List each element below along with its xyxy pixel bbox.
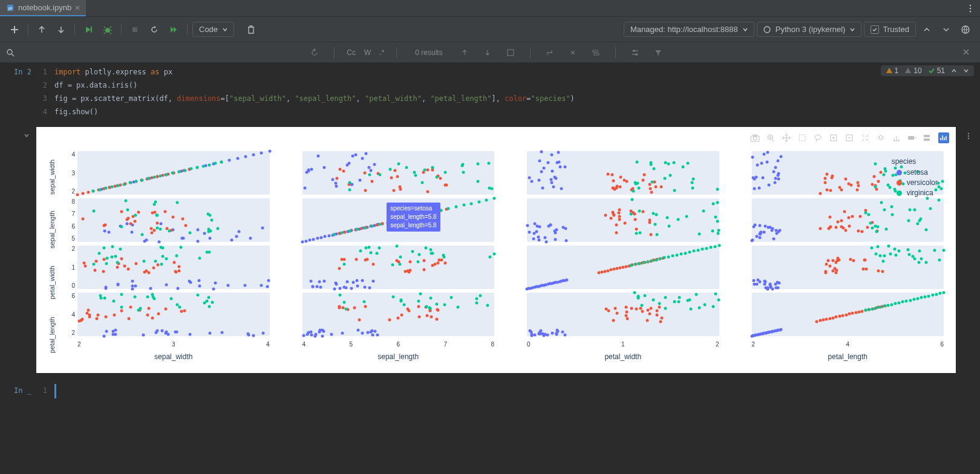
prev-match-button[interactable]: [457, 45, 472, 60]
code-cell[interactable]: In _ 1: [0, 379, 980, 403]
run-all-button[interactable]: [165, 21, 182, 38]
box-select-icon[interactable]: [796, 132, 808, 144]
svg-rect-12: [593, 50, 598, 52]
scatter-subplot[interactable]: [77, 293, 270, 336]
select-all-button[interactable]: [503, 45, 518, 60]
regex-button[interactable]: .*: [379, 48, 384, 57]
svg-point-3: [970, 7, 972, 9]
run-cell-button[interactable]: [80, 21, 97, 38]
scatter-subplot[interactable]: [302, 245, 495, 289]
settings-button[interactable]: [628, 45, 642, 60]
scatter-subplot[interactable]: [752, 198, 944, 242]
code-cell[interactable]: In 2 1import plotly.express as px2df = p…: [0, 63, 980, 121]
move-down-button[interactable]: [53, 21, 70, 38]
svg-rect-11: [508, 50, 514, 56]
ok-icon: [928, 67, 935, 74]
legend-item[interactable]: versicolor: [892, 178, 938, 187]
plotly-output[interactable]: sepal_widthsepal_lengthpetal_widthpetal_…: [36, 127, 956, 373]
svg-rect-5: [91, 27, 92, 33]
scatter-subplot[interactable]: [77, 198, 270, 242]
lasso-icon[interactable]: [812, 132, 824, 144]
svg-point-8: [764, 27, 770, 33]
scatter-subplot[interactable]: [77, 245, 270, 289]
zoom-icon[interactable]: [765, 132, 777, 144]
warning-icon: [904, 67, 912, 74]
y-axis-label: sepal_width: [48, 155, 56, 199]
file-tab[interactable]: IP notebook.ipynb: [0, 0, 86, 16]
svg-text:IP: IP: [8, 6, 13, 10]
scatter-subplot[interactable]: [527, 198, 719, 242]
scatter-subplot[interactable]: [752, 293, 944, 336]
legend-item[interactable]: setosa: [892, 168, 938, 177]
camera-icon[interactable]: [749, 132, 761, 144]
tab-menu-icon[interactable]: [965, 4, 975, 13]
trusted-toggle[interactable]: Trusted: [864, 22, 916, 37]
delete-cell-button[interactable]: [243, 21, 260, 38]
expand-down-button[interactable]: [938, 21, 955, 38]
chevron-down-icon: [850, 27, 855, 32]
close-search-button[interactable]: [958, 48, 974, 57]
svg-point-20: [753, 137, 757, 140]
scatter-subplot[interactable]: [527, 245, 719, 289]
expand-up-button[interactable]: [918, 21, 935, 38]
scatter-subplot[interactable]: [527, 293, 719, 336]
legend-item[interactable]: virginica: [892, 189, 938, 197]
scatter-subplot[interactable]: [77, 151, 270, 195]
add-selection-button[interactable]: [543, 45, 557, 60]
svg-rect-23: [799, 135, 805, 141]
cell-code-area[interactable]: 1import plotly.express as px2df = px.dat…: [36, 65, 980, 118]
svg-rect-7: [132, 27, 137, 32]
y-axis-label: petal_width: [48, 261, 56, 304]
cell-more-icon[interactable]: [964, 132, 973, 140]
zoom-out-icon[interactable]: [843, 132, 855, 144]
add-cell-button[interactable]: [6, 21, 23, 38]
remove-selection-button[interactable]: [566, 45, 580, 60]
words-button[interactable]: W: [364, 48, 371, 57]
search-icon[interactable]: [6, 48, 15, 57]
hover-closest-icon[interactable]: [906, 132, 918, 144]
chevron-down-icon[interactable]: [963, 68, 969, 74]
spike-lines-icon[interactable]: [890, 132, 903, 144]
globe-button[interactable]: [957, 21, 974, 38]
scatter-subplot[interactable]: [527, 151, 719, 195]
reset-axes-icon[interactable]: [875, 132, 887, 144]
inspections-widget[interactable]: 1 10 51: [881, 65, 974, 76]
cell-prompt: In _: [0, 384, 36, 398]
cell-type-dropdown[interactable]: Code: [192, 22, 234, 37]
collapse-output-icon[interactable]: [23, 132, 30, 139]
autoscale-icon[interactable]: [859, 132, 871, 144]
hover-compare-icon[interactable]: [922, 132, 934, 144]
stop-button[interactable]: [126, 21, 143, 38]
x-axis-label: petal_width: [512, 352, 719, 361]
x-axis-label: sepal_length: [288, 352, 495, 361]
scatter-subplot[interactable]: [302, 293, 495, 336]
scatter-subplot[interactable]: species=setosasepal_length=5.8sepal_leng…: [302, 198, 495, 242]
restart-button[interactable]: [146, 21, 163, 38]
kernel-dropdown[interactable]: Python 3 (ipykernel): [757, 22, 862, 37]
editor-area: In 2 1import plotly.express as px2df = p…: [0, 63, 980, 474]
svg-point-6: [105, 28, 110, 33]
plotly-logo-icon[interactable]: [938, 132, 950, 144]
filter-button[interactable]: [651, 45, 665, 60]
empty-code-input[interactable]: [54, 384, 956, 398]
scatter-subplot[interactable]: [302, 151, 495, 195]
close-icon[interactable]: [75, 5, 80, 10]
svg-rect-13: [594, 53, 599, 55]
zoom-in-icon[interactable]: [828, 132, 840, 144]
next-match-button[interactable]: [480, 45, 495, 60]
scatter-subplot[interactable]: [752, 245, 944, 289]
move-up-button[interactable]: [33, 21, 50, 38]
legend-title: species: [892, 157, 938, 166]
svg-rect-30: [938, 132, 949, 143]
debug-button[interactable]: [99, 21, 116, 38]
chevron-up-icon[interactable]: [951, 68, 957, 74]
svg-point-17: [968, 135, 969, 137]
match-case-button[interactable]: Cc: [347, 48, 356, 57]
pan-icon[interactable]: [780, 132, 792, 144]
tab-filename: notebook.ipynb: [18, 3, 71, 12]
server-dropdown[interactable]: Managed: http://localhost:8888: [624, 22, 754, 37]
search-history-button[interactable]: [307, 45, 322, 60]
select-all-occurrences-button[interactable]: [589, 45, 603, 60]
chart-legend[interactable]: species setosaversicolorvirginica: [892, 157, 938, 199]
output-cell: sepal_widthsepal_lengthpetal_widthpetal_…: [0, 121, 980, 379]
